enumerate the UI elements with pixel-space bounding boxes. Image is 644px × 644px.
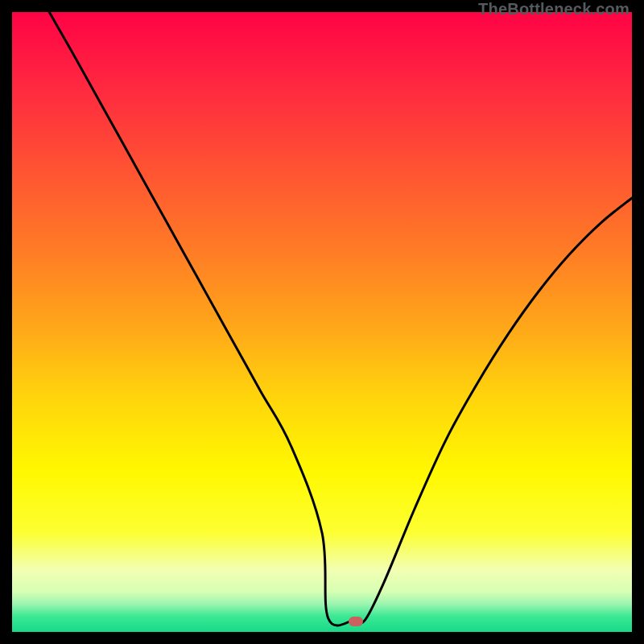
plot-area [12, 12, 632, 632]
chart-frame: TheBottleneck.com [0, 0, 644, 644]
watermark-label: TheBottleneck.com [478, 0, 630, 19]
bottleneck-marker [349, 617, 363, 626]
bottleneck-curve [12, 12, 632, 632]
